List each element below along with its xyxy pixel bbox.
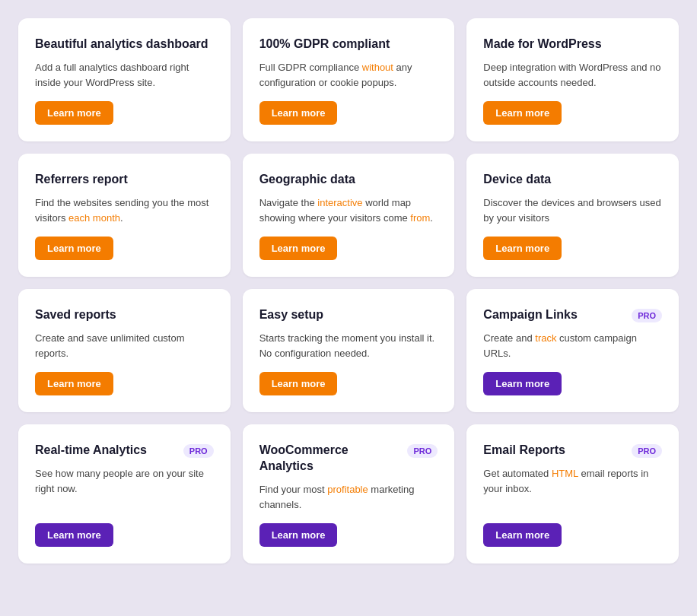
card-desc-campaign-links: Create and track custom campaign URLs. xyxy=(483,331,662,361)
learn-more-button-device-data[interactable]: Learn more xyxy=(483,237,562,260)
card-title-device-data: Device data xyxy=(483,172,551,188)
card-desc-realtime-analytics: See how many people are on your site rig… xyxy=(35,466,214,513)
card-header-saved-reports: Saved reports xyxy=(35,307,214,323)
card-title-made-for-wordpress: Made for WordPress xyxy=(483,37,601,52)
card-header-referrers-report: Referrers report xyxy=(35,172,214,188)
card-geographic-data: Geographic dataNavigate the interactive … xyxy=(243,154,455,277)
card-title-easy-setup: Easy setup xyxy=(259,307,323,323)
learn-more-button-geographic-data[interactable]: Learn more xyxy=(259,237,338,260)
learn-more-button-campaign-links[interactable]: Learn more xyxy=(483,372,562,395)
card-header-geographic-data: Geographic data xyxy=(259,172,438,188)
pro-badge-campaign-links: PRO xyxy=(632,309,662,322)
card-realtime-analytics: Real-time AnalyticsPROSee how many peopl… xyxy=(18,424,231,564)
card-desc-easy-setup: Starts tracking the moment you install i… xyxy=(259,331,438,361)
learn-more-button-saved-reports[interactable]: Learn more xyxy=(35,372,113,395)
learn-more-button-gdpr-compliant[interactable]: Learn more xyxy=(259,101,338,125)
card-referrers-report: Referrers reportFind the websites sendin… xyxy=(18,154,231,277)
card-title-saved-reports: Saved reports xyxy=(35,307,116,323)
learn-more-button-made-for-wordpress[interactable]: Learn more xyxy=(483,101,562,125)
card-desc-geographic-data: Navigate the interactive world map showi… xyxy=(259,195,438,226)
card-header-easy-setup: Easy setup xyxy=(259,307,438,323)
card-title-email-reports: Email Reports xyxy=(483,443,565,459)
card-title-geographic-data: Geographic data xyxy=(259,172,355,188)
card-desc-email-reports: Get automated HTML email reports in your… xyxy=(483,466,662,513)
card-desc-device-data: Discover the devices and browsers used b… xyxy=(483,195,662,226)
card-gdpr-compliant: 100% GDPR compliantFull GDPR compliance … xyxy=(243,18,455,141)
learn-more-button-realtime-analytics[interactable]: Learn more xyxy=(35,523,113,547)
card-title-analytics-dashboard: Beautiful analytics dashboard xyxy=(35,37,208,52)
card-made-for-wordpress: Made for WordPressDeep integration with … xyxy=(466,18,679,141)
card-woocommerce-analytics: WooCommerce AnalyticsPROFind your most p… xyxy=(243,424,455,564)
pro-badge-realtime-analytics: PRO xyxy=(183,444,214,458)
card-title-woocommerce-analytics: WooCommerce Analytics xyxy=(259,443,402,475)
card-desc-referrers-report: Find the websites sending you the most v… xyxy=(35,195,214,226)
card-desc-analytics-dashboard: Add a full analytics dashboard right ins… xyxy=(35,60,214,90)
card-desc-made-for-wordpress: Deep integration with WordPress and no o… xyxy=(483,60,662,90)
learn-more-button-woocommerce-analytics[interactable]: Learn more xyxy=(259,523,338,547)
feature-grid: Beautiful analytics dashboardAdd a full … xyxy=(18,18,679,564)
learn-more-button-email-reports[interactable]: Learn more xyxy=(483,523,562,547)
card-title-referrers-report: Referrers report xyxy=(35,172,128,188)
card-header-made-for-wordpress: Made for WordPress xyxy=(483,37,662,52)
learn-more-button-referrers-report[interactable]: Learn more xyxy=(35,237,113,260)
card-desc-saved-reports: Create and save unlimited custom reports… xyxy=(35,331,214,361)
card-device-data: Device dataDiscover the devices and brow… xyxy=(466,154,679,277)
card-desc-woocommerce-analytics: Find your most profitable marketing chan… xyxy=(259,482,438,513)
card-desc-gdpr-compliant: Full GDPR compliance without any configu… xyxy=(259,60,438,90)
card-header-realtime-analytics: Real-time AnalyticsPRO xyxy=(35,443,214,459)
card-saved-reports: Saved reportsCreate and save unlimited c… xyxy=(18,289,231,412)
card-header-campaign-links: Campaign LinksPRO xyxy=(483,307,662,323)
card-campaign-links: Campaign LinksPROCreate and track custom… xyxy=(466,289,679,412)
card-header-analytics-dashboard: Beautiful analytics dashboard xyxy=(35,37,214,52)
card-email-reports: Email ReportsPROGet automated HTML email… xyxy=(466,424,679,564)
card-title-realtime-analytics: Real-time Analytics xyxy=(35,443,147,459)
card-easy-setup: Easy setupStarts tracking the moment you… xyxy=(243,289,455,412)
card-title-campaign-links: Campaign Links xyxy=(483,307,578,323)
learn-more-button-analytics-dashboard[interactable]: Learn more xyxy=(35,101,113,125)
pro-badge-email-reports: PRO xyxy=(632,444,662,458)
card-header-woocommerce-analytics: WooCommerce AnalyticsPRO xyxy=(259,443,438,475)
pro-badge-woocommerce-analytics: PRO xyxy=(407,444,438,458)
card-header-device-data: Device data xyxy=(483,172,662,188)
card-header-email-reports: Email ReportsPRO xyxy=(483,443,662,459)
learn-more-button-easy-setup[interactable]: Learn more xyxy=(259,372,338,395)
card-analytics-dashboard: Beautiful analytics dashboardAdd a full … xyxy=(18,18,231,141)
card-header-gdpr-compliant: 100% GDPR compliant xyxy=(259,37,438,52)
card-title-gdpr-compliant: 100% GDPR compliant xyxy=(259,37,390,52)
